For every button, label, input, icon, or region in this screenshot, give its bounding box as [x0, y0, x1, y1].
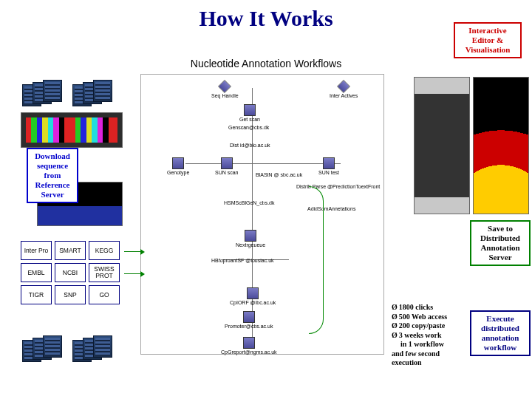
stat-copypaste: 200 copy/paste [392, 321, 471, 331]
wf-label: Genscan@cbs.dk [228, 125, 269, 130]
stat-clicks: 1800 clicks [392, 303, 471, 313]
page-title: How It Works [0, 6, 532, 31]
stat-weeks: 3 weeks work [392, 331, 471, 341]
page-subtitle: Nucleotide Annotation Workflows [0, 58, 532, 69]
wf-node: CpGreport@ngms.ac.uk [221, 337, 277, 355]
wf-label: HSMScBlGeN_cbs.dk [224, 200, 274, 205]
stats-block: 1800 clicks 500 Web access 200 copy/past… [392, 303, 471, 368]
wf-label: Seq Handle [211, 93, 239, 98]
db-smart: SMART [55, 241, 86, 260]
wf-label: BlAStN @ sbc.ac.uk [256, 172, 302, 177]
wf-node: HBfoproantSF @iousiac.uk [211, 258, 274, 263]
wf-node: Genscan@cbs.dk [228, 125, 269, 130]
wf-label: SUN test [318, 170, 339, 175]
wf-label: Get scan [239, 117, 260, 122]
box-execute-workflow: Execute distributed annotation workflow [470, 310, 531, 356]
wf-node: Inter Actives [330, 81, 358, 98]
stat-tail: execution [392, 358, 471, 368]
wf-label: HBfoproantSF @iousiac.uk [211, 258, 274, 263]
wf-label: Genotype [167, 170, 189, 175]
wf-node: Promoter@cbs.ac.uk [225, 311, 273, 329]
db-interpro: Inter Pro [21, 241, 52, 260]
wf-node: Genotype [167, 157, 189, 175]
arrow-icon [124, 251, 142, 252]
wf-label: CpGreport@ngms.ac.uk [221, 349, 277, 355]
stat-web: 500 Web access [392, 313, 471, 322]
wf-node: Dist id@bio.ac.uk [230, 143, 270, 148]
server-cluster-icon [22, 335, 66, 364]
server-cluster-icon [22, 80, 66, 108]
wf-label: Nextrgeueue [236, 242, 265, 248]
stat-tail: and few second [392, 349, 471, 359]
wf-label: SUN scan [215, 170, 239, 175]
wf-node: Seq Handle [211, 81, 239, 98]
screenshot-waveform-icon [473, 77, 529, 214]
wf-label: Inter Actives [330, 93, 358, 98]
database-grid: Inter Pro SMART KEGG EMBL NCBI SWISS PRO… [21, 241, 120, 304]
box-download-sequence: Download sequence from Reference Server [27, 148, 78, 203]
db-go: GO [89, 285, 120, 304]
workflow-canvas: Seq Handle Inter Actives Get scan Gensca… [140, 74, 384, 355]
stat-tail: in 1 workflow [392, 340, 471, 349]
box-save-annotation: Save to Distributed Annotation Server [470, 220, 531, 266]
wf-node: SUN scan [215, 157, 239, 175]
screenshot-sequence-icon [21, 112, 123, 148]
wf-label: Promoter@cbs.ac.uk [225, 324, 273, 329]
db-swissprot: SWISS PROT [89, 263, 120, 282]
wf-node: HSMScBlGeN_cbs.dk [224, 200, 274, 205]
wf-node: SUN test [318, 157, 339, 175]
db-snp: SNP [55, 285, 86, 304]
wf-node: BlAStN @ sbc.ac.uk [256, 172, 302, 177]
wf-node: Nextrgeueue [236, 230, 265, 248]
db-tigr: TIGR [21, 285, 52, 304]
db-ncbi: NCBI [55, 263, 86, 282]
wf-node: Get scan [239, 104, 260, 122]
db-embl: EMBL [21, 263, 52, 282]
screenshot-panel-icon [414, 77, 470, 214]
arrow-icon [124, 273, 142, 274]
db-kegg: KEGG [89, 241, 120, 260]
server-cluster-icon [72, 335, 117, 364]
brace-icon [309, 186, 324, 334]
wf-label: Dist id@bio.ac.uk [230, 143, 270, 148]
box-interactive-editor: Interactive Editor & Visualisation [454, 22, 522, 58]
wf-node: CpIORF @ibc.ac.uk [230, 287, 276, 305]
server-cluster-icon [72, 80, 117, 108]
wf-label: CpIORF @ibc.ac.uk [230, 300, 276, 305]
